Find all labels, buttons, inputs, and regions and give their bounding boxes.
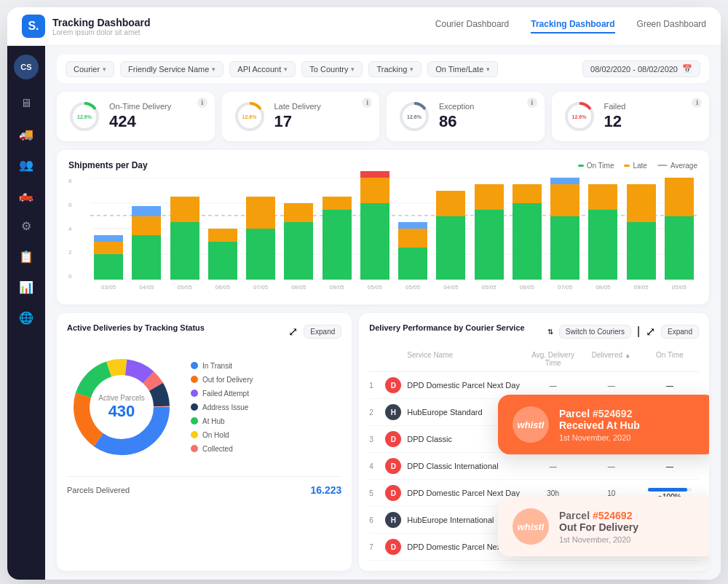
table-row: 4 D DPD Classic International — — —	[369, 453, 699, 480]
sidebar-icon-settings[interactable]: ⚙	[14, 213, 39, 238]
notification-out-delivery: whistl Parcel #524692 Out For Delivery 1…	[498, 497, 709, 556]
sidebar-icon-docs[interactable]: 📋	[14, 244, 39, 269]
sidebar-icon-delivery[interactable]: 🛻	[14, 183, 39, 208]
notif-subtitle-secondary: Out For Delivery	[559, 521, 638, 533]
bar-group	[547, 178, 583, 280]
bar-group	[471, 178, 507, 280]
filter-to-country[interactable]: To Country ▾	[301, 61, 363, 77]
chevron-down-icon: ▾	[410, 66, 414, 73]
kpi-value-late: 17	[274, 112, 368, 131]
sidebar-icon-globe[interactable]: 🌐	[14, 305, 39, 330]
chevron-down-icon: ▾	[103, 66, 106, 73]
bar-group	[90, 178, 127, 280]
col-on-time: On Time	[641, 351, 699, 367]
sidebar-icon-analytics[interactable]: 📊	[14, 275, 39, 299]
active-deliveries-title: Active Deliveries by Tracking Status	[67, 323, 205, 332]
chevron-down-icon: ▾	[212, 66, 215, 73]
bar-group	[205, 178, 241, 280]
gauge-late: 12.6%	[234, 100, 266, 133]
filter-service-name[interactable]: Friendly Service Name ▾	[120, 61, 223, 77]
brand: S. Tracking Dashboard Lorem ipsum dolor …	[22, 15, 151, 38]
sort-icon: ▲	[625, 352, 631, 359]
info-icon: ℹ	[527, 98, 537, 108]
nav-courier-dashboard[interactable]: Courier Dashboard	[435, 19, 509, 33]
kpi-exception: ℹ 12.6% Exception 86	[387, 92, 545, 141]
kpi-on-time-delivery: ℹ 12.6% On-Time Delivery 424	[57, 92, 215, 141]
kpi-value-exception: 86	[439, 112, 533, 131]
bottom-row: Active Deliveries by Tracking Status ⤢ E…	[57, 313, 709, 571]
chevron-down-icon: ▾	[486, 66, 490, 73]
brand-text: Tracking Dashboard Lorem ipsum dolor sit…	[52, 17, 151, 36]
donut-center-value: 430	[98, 402, 144, 421]
kpi-row: ℹ 12.6% On-Time Delivery 424	[57, 92, 709, 141]
filter-courier[interactable]: Courier ▾	[66, 61, 114, 77]
notif-date-secondary: 1st November, 2020	[559, 535, 638, 544]
legend-on-hold: On Hold	[191, 431, 253, 439]
kpi-value-on-time: 424	[109, 112, 203, 131]
info-icon: ℹ	[197, 98, 207, 108]
notif-text-primary: Parcel #524692 Received At Hub 1st Novem…	[559, 408, 640, 442]
legend-late: Late	[624, 162, 646, 170]
content-area: Courier ▾ Friendly Service Name ▾ API Ac…	[45, 46, 721, 580]
nav-green-dashboard[interactable]: Green Dashboard	[637, 19, 706, 33]
main-layout: CS 🖥 🚚 👥 🛻 ⚙ 📋 📊 🌐 Courier ▾ Friendly Se…	[7, 46, 721, 580]
bar-group	[585, 178, 621, 280]
legend-address-issue: Address Issue	[191, 403, 253, 411]
notification-received-hub: whistl Parcel #524692 Received At Hub 1s…	[498, 395, 709, 454]
y-axis: 8 6 4 2 0	[68, 178, 71, 280]
sidebar: CS 🖥 🚚 👥 🛻 ⚙ 📋 📊 🌐	[7, 46, 45, 580]
kpi-info-on-time: On-Time Delivery 424	[109, 102, 203, 131]
delivery-performance-actions: ⇅ Switch to Couriers | ⤢ Expand	[547, 325, 699, 339]
filter-api-account[interactable]: API Account ▾	[229, 61, 296, 77]
legend-on-time: On Time	[578, 162, 614, 170]
filter-on-time-late[interactable]: On Time/Late ▾	[427, 61, 498, 77]
bar-group	[128, 178, 165, 280]
kpi-label-exception: Exception	[439, 102, 533, 111]
top-nav: S. Tracking Dashboard Lorem ipsum dolor …	[7, 7, 721, 46]
expand-button[interactable]: Expand	[304, 325, 341, 339]
legend-collected: Collected	[191, 445, 253, 453]
col-delivered: Delivered ▲	[582, 351, 641, 367]
chart-title: Shipments per Day	[68, 160, 148, 170]
nav-links: Courier Dashboard Tracking Dashboard Gre…	[435, 19, 706, 33]
kpi-value-failed: 12	[604, 112, 698, 131]
expand-button[interactable]: Expand	[661, 325, 699, 339]
sidebar-icon-users[interactable]: 👥	[14, 152, 39, 177]
chart-legend: On Time Late Average	[578, 162, 697, 170]
legend-at-hub: At Hub	[191, 417, 253, 425]
date-range-picker[interactable]: 08/02/2020 - 08/02/2020 📅	[582, 60, 700, 77]
bar-group	[242, 178, 279, 280]
filter-tracking[interactable]: Tracking ▾	[368, 61, 422, 77]
gauge-exception: 12.6%	[398, 100, 430, 133]
kpi-label-late: Late Delivery	[274, 102, 368, 111]
bar-group	[661, 178, 697, 280]
info-icon: ℹ	[692, 98, 702, 108]
switch-couriers-button[interactable]: Switch to Couriers	[559, 325, 631, 339]
brand-title: Tracking Dashboard	[52, 17, 151, 28]
bar-group	[395, 178, 431, 280]
active-deliveries-card: Active Deliveries by Tracking Status ⤢ E…	[57, 313, 352, 571]
avatar: CS	[14, 55, 39, 79]
legend-in-transit: In Transit	[191, 362, 253, 370]
kpi-info-exception: Exception 86	[439, 102, 533, 131]
notif-subtitle: Received At Hub	[559, 419, 640, 431]
kpi-label-failed: Failed	[604, 102, 698, 111]
app-window: S. Tracking Dashboard Lorem ipsum dolor …	[7, 7, 721, 580]
notif-logo-primary: whistl	[513, 406, 549, 443]
chevron-down-icon: ▾	[284, 66, 288, 73]
brand-subtitle: Lorem ipsum dolor sit amet	[52, 28, 151, 36]
delivery-performance-title: Delivery Performance by Courier Service	[369, 323, 524, 332]
legend-failed-attempt: Failed Attempt	[191, 390, 253, 398]
nav-tracking-dashboard[interactable]: Tracking Dashboard	[531, 19, 614, 33]
parcels-delivered: Parcels Delivered 16.223	[67, 476, 341, 496]
shipments-chart-card: Shipments per Day On Time Late Averag	[57, 150, 709, 304]
bar-group	[357, 178, 393, 280]
calendar-icon: 📅	[682, 64, 692, 74]
sidebar-icon-monitor[interactable]: 🖥	[14, 91, 39, 116]
legend-out-for-delivery: Out for Delivery	[191, 376, 253, 384]
kpi-info-late: Late Delivery 17	[274, 102, 368, 131]
gauge-failed: 12.6%	[563, 100, 596, 133]
sidebar-icon-truck[interactable]: 🚚	[14, 122, 39, 146]
notif-logo-secondary: whistl	[513, 508, 549, 545]
chevron-down-icon: ▾	[351, 66, 355, 73]
